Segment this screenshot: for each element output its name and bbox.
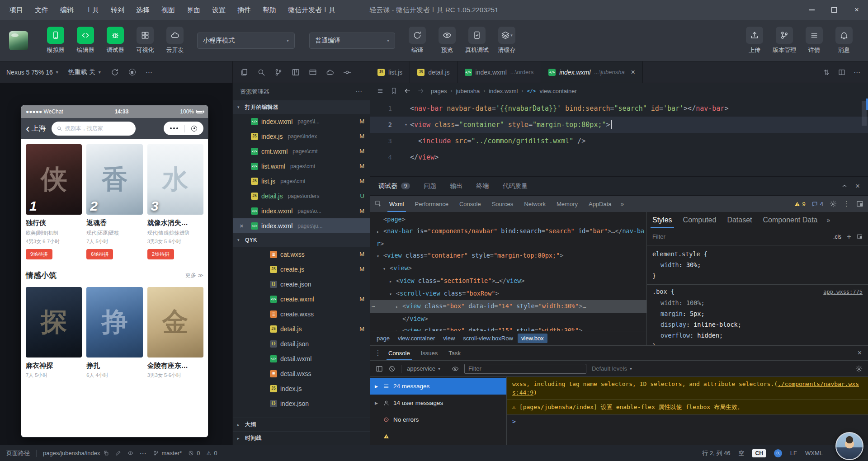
editor-menu-icon[interactable]	[377, 87, 384, 94]
console-filter-row[interactable]: No errors	[370, 411, 506, 428]
file-tree-item[interactable]: ≡detail.wxss	[233, 366, 370, 381]
close-tab-icon[interactable]: ×	[631, 68, 635, 76]
menu-item[interactable]: 设置	[206, 0, 231, 20]
dom-breadcrumb-item[interactable]: page	[373, 334, 393, 343]
preview-icon[interactable]	[127, 450, 133, 456]
editor-tab[interactable]: </>index.wxml...\jubensha×	[541, 61, 643, 83]
file-tree-item[interactable]: {}create.json	[233, 277, 370, 292]
warnings-indicator[interactable]: 9	[794, 201, 806, 207]
wxml-tree-node[interactable]: ▸<view class="sectionTitle">…</view>	[370, 275, 646, 287]
eol-indicator[interactable]: LF	[790, 450, 797, 456]
panel-expand-icon[interactable]	[841, 183, 848, 190]
wxml-tree-node[interactable]: ▾<view>	[370, 262, 646, 275]
styles-dock-icon[interactable]	[857, 234, 863, 240]
menu-item[interactable]: 项目	[4, 0, 29, 20]
script-card[interactable]: 侠1独行侠欧美|剧情|机制4男3女 6-7小时9场待拼	[26, 144, 82, 259]
new-style-rule-icon[interactable]: +	[847, 232, 851, 241]
file-tree-item[interactable]: JScreate.jsM	[233, 262, 370, 277]
open-editor-item[interactable]: </>list.wxmlpages\cmtM	[233, 159, 370, 174]
file-tree-item[interactable]: {}index.json	[233, 396, 370, 411]
breadcrumb-item[interactable]: index.wxml	[489, 88, 518, 94]
wxml-tree-node[interactable]: ▾<view class="container" style="margin-t…	[370, 249, 646, 262]
script-card[interactable]: 挣挣扎6人 4小时	[86, 287, 142, 379]
stylesheet-link[interactable]: app.wxss:775	[823, 287, 863, 297]
language-mode[interactable]: WXML	[805, 450, 823, 456]
menu-item[interactable]: 插件	[231, 0, 257, 20]
node-menu-icon[interactable]: ⋯	[372, 300, 375, 312]
split-editor-icon[interactable]	[838, 69, 845, 76]
script-card[interactable]: 香2返魂香现代|还原|硬核7人 5小时6场待拼	[86, 144, 142, 259]
git-branch[interactable]: master*	[153, 450, 182, 456]
commit-icon[interactable]	[343, 68, 351, 76]
styles-tab[interactable]: Computed	[678, 212, 722, 228]
nav-back-icon[interactable]	[404, 87, 411, 94]
css-property[interactable]: width: 100%;	[652, 297, 863, 308]
console-prompt[interactable]: >	[507, 414, 868, 428]
panel-tab[interactable]: 代码质量	[502, 182, 528, 190]
drawer-menu-icon[interactable]: ⋮	[373, 349, 383, 357]
city-selector[interactable]: 上海	[32, 124, 46, 133]
menu-item[interactable]: 微信开发者工具	[282, 0, 341, 20]
branch-icon[interactable]	[274, 68, 283, 76]
minimize-button[interactable]	[800, 0, 823, 20]
styles-more-icon[interactable]: »	[823, 216, 834, 224]
file-tree-item[interactable]: {}detail.json	[233, 336, 370, 351]
css-property[interactable]: margin: 5px;	[652, 308, 863, 319]
open-editor-item[interactable]: JSlist.jspages\cmtM	[233, 174, 370, 188]
toolbar-refresh-button[interactable]: 编译	[402, 27, 432, 54]
toggle-class-button[interactable]: .cls	[833, 234, 841, 240]
editor-tab[interactable]: JSlist.js	[370, 61, 410, 83]
script-card[interactable]: 探麻衣神探7人 5小时	[26, 287, 82, 379]
cursor-position[interactable]: 行 2, 列 46	[702, 449, 730, 457]
panel-close-icon[interactable]: ×	[855, 182, 860, 191]
open-editor-item[interactable]: ×</>index.wxmlpages\ju...	[233, 218, 370, 233]
editor-tab[interactable]: JSdetail.js	[410, 61, 457, 83]
live-expression-icon[interactable]	[452, 365, 459, 372]
devtools-tab[interactable]: Performance	[410, 196, 454, 212]
devtools-tab[interactable]: AppData	[583, 196, 617, 212]
toolbar-layers-button[interactable]: ▾清缓存	[492, 27, 522, 54]
compare-icon[interactable]	[823, 69, 830, 76]
styles-tab[interactable]: Dataset	[722, 212, 757, 228]
breadcrumb-item[interactable]: pages	[431, 88, 447, 94]
file-tree-item[interactable]: </>detail.wxml	[233, 351, 370, 366]
ime-indicator[interactable]: CH	[752, 449, 765, 457]
timeline-section[interactable]: ▸时间线	[233, 431, 370, 445]
files-icon[interactable]	[240, 68, 248, 76]
menu-item[interactable]: 界面	[181, 0, 206, 20]
window-icon[interactable]	[309, 68, 317, 76]
error-count[interactable]: 0	[188, 450, 200, 456]
open-editor-item[interactable]: </>index.wxmlpages\o...M	[233, 203, 370, 218]
console-settings-icon[interactable]	[855, 365, 863, 372]
script-card[interactable]: 金金陵有座东…3男3女 5-6小时	[147, 287, 203, 379]
open-editor-item[interactable]: JSindex.jspages\indexM	[233, 129, 370, 144]
css-property[interactable]: display: inline-block;	[652, 319, 863, 330]
dock-side-icon[interactable]	[856, 200, 863, 207]
wxml-tree-node[interactable]: <page>	[370, 213, 646, 225]
breadcrumb-item[interactable]: view.container	[539, 88, 576, 94]
wxml-tree-node[interactable]: ⋯▸<view class="box" data-id="14" style="…	[370, 300, 646, 313]
statusbar-more-icon[interactable]: ⋯	[140, 449, 147, 457]
open-editors-section[interactable]: ▾打开的编辑器	[233, 100, 370, 114]
copy-path-icon[interactable]	[103, 450, 109, 456]
simulator-more-icon[interactable]: ⋯	[146, 68, 153, 76]
toolbar-phone-button[interactable]: 模拟器	[41, 27, 71, 54]
styles-filter-input[interactable]	[652, 233, 828, 240]
dom-breadcrumb-item[interactable]: scroll-view.boxRow	[459, 334, 517, 343]
project-section[interactable]: ▾QYK	[233, 233, 370, 247]
file-tree-item[interactable]: JSindex.js	[233, 381, 370, 396]
stop-icon[interactable]	[129, 69, 136, 75]
menu-item[interactable]: 工具	[80, 0, 105, 20]
console-sidebar-toggle-icon[interactable]	[376, 365, 383, 372]
styles-tab[interactable]: Styles	[647, 212, 678, 228]
css-rule[interactable]: .box {app.wxss:775width: 100%;margin: 5p…	[647, 285, 868, 345]
page-path-value[interactable]: pages/jubensha/index	[43, 450, 109, 456]
menu-item[interactable]: 转到	[105, 0, 130, 20]
console-tab[interactable]: Issues	[415, 346, 443, 360]
devtools-settings-icon[interactable]	[830, 200, 837, 207]
mini-search-bar[interactable]: 搜剧本，找店家	[52, 122, 136, 136]
close-file-icon[interactable]: ×	[240, 222, 244, 230]
outline-section[interactable]: ▸大纲	[233, 418, 370, 431]
console-filter-input[interactable]	[464, 364, 586, 374]
panel-tab[interactable]: 输出	[450, 182, 462, 190]
